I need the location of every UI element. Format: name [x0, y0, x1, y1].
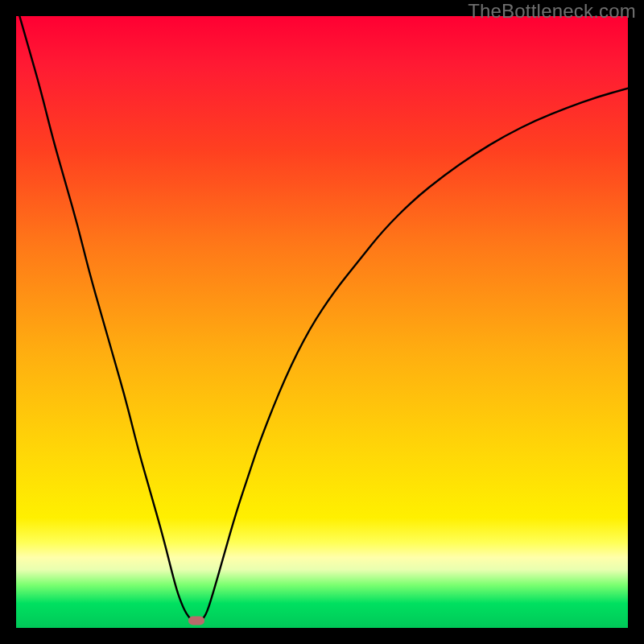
chart-frame: TheBottleneck.com: [0, 0, 644, 644]
optimal-point-marker: [188, 616, 204, 625]
plot-area: [16, 16, 628, 628]
bottleneck-curve: [16, 16, 628, 628]
watermark-text: TheBottleneck.com: [468, 0, 636, 23]
